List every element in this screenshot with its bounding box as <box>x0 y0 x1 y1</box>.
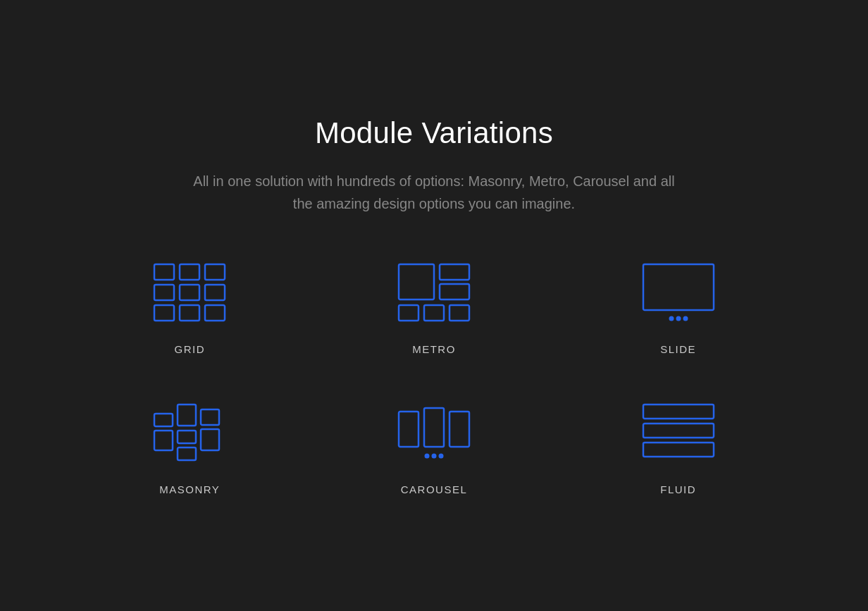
svg-rect-14 <box>450 305 469 321</box>
module-item-grid[interactable]: GRID <box>82 257 298 355</box>
svg-rect-7 <box>180 305 199 321</box>
svg-rect-27 <box>424 408 444 447</box>
carousel-icon <box>392 397 476 468</box>
svg-rect-33 <box>643 424 714 438</box>
modules-grid: GRID METRO <box>82 257 786 495</box>
module-label-metro: METRO <box>412 343 456 355</box>
module-label-grid: GRID <box>175 343 206 355</box>
svg-rect-32 <box>643 405 714 419</box>
svg-rect-13 <box>424 305 444 321</box>
svg-rect-5 <box>205 285 225 300</box>
module-label-carousel: CAROUSEL <box>401 483 468 495</box>
svg-point-30 <box>431 453 436 458</box>
svg-rect-23 <box>178 448 196 460</box>
module-item-carousel[interactable]: CAROUSEL <box>326 397 542 495</box>
page-title: Module Variations <box>56 116 812 150</box>
svg-rect-24 <box>201 409 219 425</box>
module-item-masonry[interactable]: MASONRY <box>82 397 298 495</box>
svg-rect-8 <box>205 305 225 321</box>
svg-rect-1 <box>180 264 199 280</box>
svg-rect-34 <box>643 443 714 457</box>
svg-rect-0 <box>154 264 174 280</box>
module-item-metro[interactable]: METRO <box>326 257 542 355</box>
fluid-icon <box>636 397 721 468</box>
svg-rect-22 <box>178 431 196 443</box>
masonry-icon <box>147 397 232 468</box>
svg-rect-26 <box>399 412 418 447</box>
svg-rect-10 <box>440 264 469 280</box>
page-subtitle: All in one solution with hundreds of opt… <box>187 170 681 215</box>
svg-rect-4 <box>180 285 199 300</box>
svg-rect-19 <box>154 414 173 426</box>
grid-icon <box>147 257 232 328</box>
page-wrapper: Module Variations All in one solution wi… <box>0 74 868 538</box>
svg-rect-3 <box>154 285 174 300</box>
svg-rect-15 <box>643 264 714 310</box>
svg-rect-11 <box>440 284 469 300</box>
module-item-slide[interactable]: SLIDE <box>570 257 786 355</box>
svg-point-17 <box>676 316 681 321</box>
svg-rect-21 <box>178 405 196 426</box>
module-label-slide: SLIDE <box>660 343 696 355</box>
metro-icon <box>392 257 476 328</box>
svg-rect-9 <box>399 264 434 300</box>
svg-point-31 <box>438 453 443 458</box>
svg-point-18 <box>683 316 688 321</box>
module-label-fluid: FLUID <box>660 483 696 495</box>
svg-rect-12 <box>399 305 418 321</box>
svg-rect-6 <box>154 305 174 321</box>
svg-point-16 <box>669 316 674 321</box>
module-item-fluid[interactable]: FLUID <box>570 397 786 495</box>
svg-rect-25 <box>201 429 219 450</box>
svg-point-29 <box>424 453 429 458</box>
svg-rect-20 <box>154 431 173 450</box>
svg-rect-28 <box>450 412 469 447</box>
svg-rect-2 <box>205 264 225 280</box>
slide-icon <box>636 257 721 328</box>
module-label-masonry: MASONRY <box>159 483 220 495</box>
